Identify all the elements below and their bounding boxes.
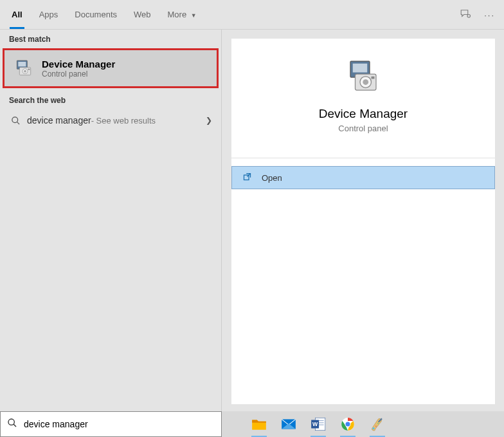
search-icon (9, 116, 22, 126)
device-manager-icon (12, 57, 35, 80)
chevron-right-icon: ❯ (206, 116, 212, 125)
taskbar-paint[interactable] (367, 414, 388, 434)
best-match-subtitle: Control panel (42, 70, 115, 79)
tab-apps[interactable]: Apps (38, 2, 60, 28)
taskbar-chrome[interactable] (338, 414, 358, 434)
web-result[interactable]: device manager - See web results ❯ (0, 109, 221, 132)
svg-rect-10 (353, 64, 368, 73)
detail-pane: Device Manager Control panel Open (222, 30, 504, 411)
svg-rect-14 (372, 77, 375, 79)
taskbar: W (222, 411, 504, 437)
search-web-header: Search the web (0, 91, 221, 109)
search-icon (7, 418, 17, 431)
detail-title: Device Manager (231, 107, 495, 121)
taskbar-file-explorer[interactable] (249, 414, 269, 434)
svg-rect-2 (18, 62, 26, 66)
device-manager-large-icon (231, 58, 495, 97)
best-match-result[interactable]: Device Manager Control panel (3, 48, 219, 88)
chevron-down-icon: ▼ (191, 12, 197, 19)
more-options-icon[interactable]: ··· (484, 10, 495, 20)
tab-more[interactable]: More ▼ (166, 2, 198, 28)
open-label: Open (262, 173, 282, 183)
tab-web[interactable]: Web (132, 2, 152, 28)
svg-point-27 (346, 422, 350, 427)
search-input[interactable] (24, 419, 215, 429)
svg-point-13 (363, 79, 368, 85)
best-match-header: Best match (0, 30, 221, 48)
taskbar-word[interactable]: W (308, 414, 328, 434)
svg-rect-6 (28, 69, 30, 70)
svg-line-17 (14, 424, 16, 427)
svg-point-28 (372, 427, 374, 429)
svg-point-7 (12, 116, 17, 122)
tab-more-label: More (168, 10, 187, 19)
svg-point-0 (467, 15, 471, 18)
detail-card: Device Manager Control panel (231, 39, 495, 145)
svg-point-29 (375, 425, 377, 427)
svg-line-8 (17, 122, 19, 124)
taskbar-mail[interactable] (278, 414, 299, 434)
best-match-title: Device Manager (42, 59, 115, 70)
search-tabs-bar: All Apps Documents Web More ▼ ··· (0, 0, 504, 30)
svg-point-16 (8, 419, 14, 425)
svg-point-30 (377, 423, 379, 424)
detail-subtitle: Control panel (231, 124, 495, 133)
svg-text:W: W (312, 421, 318, 427)
tab-all[interactable]: All (10, 2, 24, 28)
open-action[interactable]: Open (231, 166, 495, 189)
feedback-icon[interactable] (460, 8, 471, 22)
search-bar (0, 411, 222, 437)
results-pane: Best match Device Manager Control panel … (0, 30, 222, 411)
open-icon (242, 172, 255, 183)
svg-point-5 (24, 70, 26, 73)
tab-documents[interactable]: Documents (73, 2, 118, 28)
web-result-suffix: - See web results (91, 116, 156, 126)
web-result-query: device manager (27, 115, 91, 126)
